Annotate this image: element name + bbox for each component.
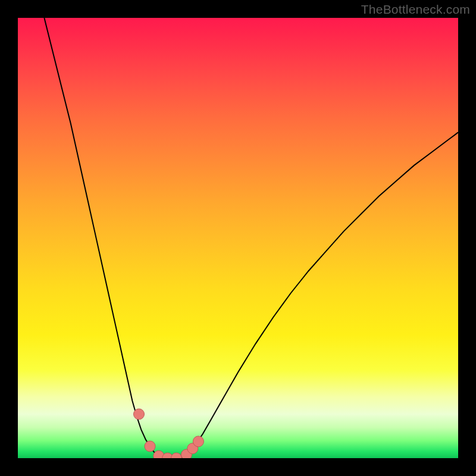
bottleneck-curve [44,18,458,458]
chart-frame: TheBottleneck.com [0,0,476,476]
curve-group [44,18,458,458]
chart-plot-area [18,18,458,458]
watermark-text: TheBottleneck.com [361,2,470,17]
marker-group [134,409,204,458]
marker-point [134,409,145,419]
marker-point [193,436,203,447]
marker-point [171,453,181,458]
chart-svg [18,18,458,458]
marker-point [145,441,155,452]
